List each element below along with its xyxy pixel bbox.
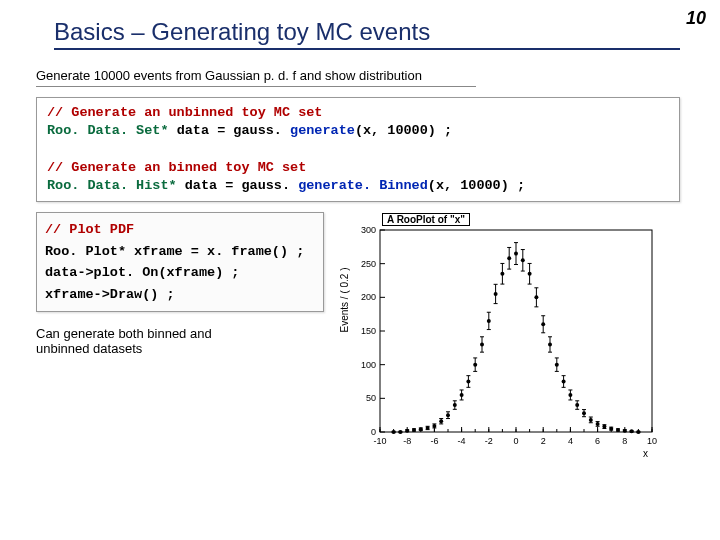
svg-point-183	[596, 422, 600, 426]
code-line: xframe->Draw() ;	[45, 284, 315, 306]
svg-point-103	[460, 393, 464, 397]
svg-text:-10: -10	[373, 436, 386, 446]
svg-text:x: x	[643, 448, 648, 459]
note-text: Can generate both binned and unbinned da…	[36, 326, 266, 356]
svg-point-119	[487, 319, 491, 323]
code-comment: // Plot PDF	[45, 222, 134, 237]
svg-text:300: 300	[361, 225, 376, 235]
svg-point-107	[466, 380, 470, 384]
svg-point-187	[602, 425, 606, 429]
code-block-generate: // Generate an unbinned toy MC set Roo. …	[36, 97, 680, 202]
code-text: data = gauss.	[169, 123, 291, 138]
title-underline: Basics – Generating toy MC events	[54, 18, 680, 50]
subtitle: Generate 10000 events from Gaussian p. d…	[36, 68, 476, 87]
svg-point-75	[412, 428, 416, 432]
code-text: (x, 10000) ;	[428, 178, 525, 193]
svg-text:-8: -8	[403, 436, 411, 446]
svg-point-151	[541, 322, 545, 326]
gaussian-plot: -10-8-6-4-20246810050100150200250300xEve…	[334, 220, 664, 460]
svg-point-91	[439, 419, 443, 423]
svg-text:-2: -2	[485, 436, 493, 446]
page-number: 10	[686, 8, 706, 29]
svg-point-115	[480, 343, 484, 347]
svg-point-163	[562, 380, 566, 384]
svg-point-99	[453, 403, 457, 407]
code-call: generate	[290, 123, 355, 138]
svg-point-87	[432, 424, 436, 428]
svg-text:Events / ( 0.2 ): Events / ( 0.2 )	[339, 268, 350, 333]
svg-text:50: 50	[366, 393, 376, 403]
svg-point-175	[582, 411, 586, 415]
svg-point-155	[548, 343, 552, 347]
svg-text:0: 0	[513, 436, 518, 446]
svg-text:200: 200	[361, 292, 376, 302]
svg-point-147	[534, 295, 538, 299]
page-title: Basics – Generating toy MC events	[54, 18, 430, 45]
svg-point-191	[609, 427, 613, 431]
svg-text:-4: -4	[458, 436, 466, 446]
code-line: data->plot. On(xframe) ;	[45, 262, 315, 284]
svg-point-199	[623, 429, 627, 433]
svg-text:150: 150	[361, 326, 376, 336]
svg-text:0: 0	[371, 427, 376, 437]
svg-point-207	[636, 430, 640, 434]
code-comment: // Generate an binned toy MC set	[47, 160, 306, 175]
svg-point-127	[500, 272, 504, 276]
code-text: (x, 10000) ;	[355, 123, 452, 138]
svg-point-203	[630, 429, 634, 433]
svg-point-143	[528, 272, 532, 276]
code-line: Roo. Plot* xframe = x. frame() ;	[45, 241, 315, 263]
svg-point-167	[568, 393, 572, 397]
svg-text:250: 250	[361, 259, 376, 269]
svg-text:8: 8	[622, 436, 627, 446]
svg-point-83	[426, 426, 430, 430]
svg-point-79	[419, 427, 423, 431]
code-text: data = gauss.	[177, 178, 299, 193]
code-comment: // Generate an unbinned toy MC set	[47, 105, 322, 120]
code-type: Roo. Data. Set*	[47, 123, 169, 138]
svg-point-71	[405, 429, 409, 433]
svg-text:6: 6	[595, 436, 600, 446]
code-type: Roo. Data. Hist*	[47, 178, 177, 193]
svg-point-131	[507, 256, 511, 260]
svg-text:-6: -6	[430, 436, 438, 446]
svg-point-67	[398, 430, 402, 434]
svg-point-159	[555, 363, 559, 367]
svg-point-63	[392, 430, 396, 434]
svg-point-123	[494, 292, 498, 296]
svg-point-171	[575, 403, 579, 407]
svg-point-135	[514, 252, 518, 256]
plot-area: A RooPlot of "x" -10-8-6-4-2024681005010…	[334, 212, 680, 462]
svg-text:2: 2	[541, 436, 546, 446]
plot-title: A RooPlot of "x"	[382, 213, 470, 226]
svg-text:10: 10	[647, 436, 657, 446]
svg-point-179	[589, 418, 593, 422]
svg-point-111	[473, 363, 477, 367]
code-call: generate. Binned	[298, 178, 428, 193]
svg-text:100: 100	[361, 360, 376, 370]
svg-point-139	[521, 258, 525, 262]
svg-text:4: 4	[568, 436, 573, 446]
svg-point-195	[616, 428, 620, 432]
svg-point-95	[446, 413, 450, 417]
code-block-plot: // Plot PDF Roo. Plot* xframe = x. frame…	[36, 212, 324, 312]
